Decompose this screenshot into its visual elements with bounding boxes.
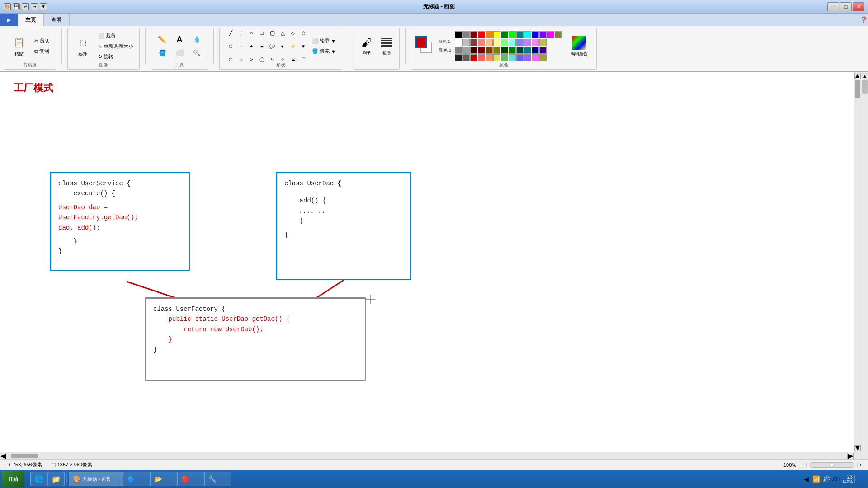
color-purple[interactable] — [539, 31, 547, 38]
tray-volume[interactable]: 🔊 — [822, 475, 830, 483]
color-h11[interactable] — [532, 54, 539, 61]
color-yellow[interactable] — [493, 31, 500, 38]
color-h4[interactable] — [478, 54, 485, 61]
fill-button[interactable]: 🪣 填充 ▼ — [310, 47, 338, 56]
color-h8[interactable] — [509, 54, 516, 61]
color-black[interactable] — [455, 31, 462, 38]
color-white[interactable] — [455, 39, 462, 46]
brush-button[interactable]: 🖌 刷子 — [358, 33, 376, 60]
color-darkrose[interactable] — [470, 39, 477, 46]
color-magenta[interactable] — [547, 31, 554, 38]
color-red[interactable] — [478, 31, 485, 38]
edit-colors-button[interactable]: 编辑颜色 — [566, 33, 593, 60]
color-h6[interactable] — [493, 54, 500, 61]
taskbar-folder[interactable]: 📂 — [150, 472, 177, 486]
tab-view[interactable]: 查看 — [44, 14, 70, 26]
color-h10[interactable] — [524, 54, 531, 61]
select-button[interactable]: ⬚ 选择 — [71, 33, 94, 60]
scroll-right-button[interactable]: ▶ — [847, 453, 854, 459]
text-tool[interactable]: A — [172, 33, 187, 46]
color-h3[interactable] — [470, 54, 477, 61]
rotate-button[interactable]: ↻ 旋转 — [96, 52, 136, 61]
taskbar-eclipse[interactable]: 🔷 — [123, 472, 150, 486]
color-lavender[interactable] — [524, 39, 531, 46]
color-g12[interactable] — [539, 47, 547, 54]
pencil-tool[interactable]: ✏️ — [155, 33, 170, 46]
start-button[interactable]: 开始 — [2, 471, 24, 487]
outline-button[interactable]: ⬜ 轮廓 ▼ — [310, 36, 338, 46]
clock[interactable]: 23 140% — [842, 474, 853, 484]
show-desktop[interactable] — [854, 475, 863, 483]
color-g7[interactable] — [501, 47, 508, 54]
more-shapes[interactable]: ▼ — [296, 40, 311, 52]
canvas[interactable]: 工厂模式 class UserService { — [0, 72, 861, 459]
maximize-button[interactable]: □ — [840, 2, 852, 11]
color-olive[interactable] — [555, 31, 562, 38]
color-g3[interactable] — [470, 47, 477, 54]
save-icon[interactable]: 💾 — [13, 3, 20, 10]
copy-button[interactable]: ⧉ 复制 — [32, 47, 52, 56]
app-menu-icon[interactable]: 🎨 — [4, 3, 11, 10]
color-g6[interactable] — [493, 47, 500, 54]
color-rose[interactable] — [478, 39, 485, 46]
horizontal-scrollbar[interactable]: ◀ ▶ — [0, 452, 854, 459]
close-button[interactable]: ✕ — [853, 2, 864, 11]
zoom-out-button[interactable]: − — [799, 462, 806, 468]
color-green[interactable] — [509, 31, 516, 38]
resize-button[interactable]: ⤡ 重新调整大小 — [96, 42, 136, 51]
paste-button[interactable]: 📋 粘贴 — [8, 33, 30, 60]
color-g11[interactable] — [532, 47, 539, 54]
color-lightorange[interactable] — [486, 39, 493, 46]
color-darkteal[interactable] — [516, 31, 524, 38]
zoom-in-button[interactable]: + — [857, 462, 864, 468]
taskbar-paint[interactable]: 🎨 无标题 - 画图 — [69, 472, 123, 486]
taskbar-ie[interactable]: 🌐 — [30, 472, 47, 486]
color-orange[interactable] — [486, 31, 493, 38]
color-lightcyan[interactable] — [509, 39, 516, 46]
color-lightyellow[interactable] — [493, 39, 500, 46]
dropdown-icon[interactable]: ▼ — [40, 3, 47, 10]
tray-network[interactable]: 📶 — [812, 475, 821, 483]
zoom-slider[interactable] — [809, 462, 854, 468]
tab-main[interactable]: 主页 — [18, 14, 44, 26]
scroll-down-button[interactable]: ▼ — [854, 445, 861, 451]
taskbar-tool[interactable]: 🔧 — [204, 472, 231, 486]
redo-icon[interactable]: ↪ — [31, 3, 38, 10]
taskbar-explorer[interactable]: 📁 — [47, 472, 65, 486]
minimize-button[interactable]: ─ — [827, 2, 839, 11]
s8[interactable]: ☐ — [296, 53, 311, 66]
color-g9[interactable] — [516, 47, 524, 54]
eraser-tool[interactable]: ⬜ — [172, 47, 187, 59]
undo-icon[interactable]: ↩ — [22, 3, 29, 10]
color-silver[interactable] — [462, 39, 470, 46]
tray-arrow[interactable]: ◀ — [802, 475, 811, 483]
color-lightblue[interactable] — [516, 39, 524, 46]
color-blue[interactable] — [532, 31, 539, 38]
color-gray[interactable] — [462, 31, 470, 38]
zoom-tool[interactable]: 🔍 — [189, 47, 204, 59]
scroll-thumb-v[interactable] — [855, 80, 860, 98]
color-darkred[interactable] — [470, 31, 477, 38]
color-lightgreen[interactable] — [501, 39, 508, 46]
vertical-scrollbar[interactable]: ▲ ▼ — [854, 72, 861, 452]
color-darkgreen[interactable] — [501, 31, 508, 38]
zoom-thumb[interactable] — [830, 463, 834, 467]
tray-input[interactable]: ZH — [832, 475, 840, 483]
color-pink[interactable] — [532, 39, 539, 46]
cut-button[interactable]: ✂ 剪切 — [32, 36, 52, 46]
color-cyan[interactable] — [524, 31, 531, 38]
color-h9[interactable] — [516, 54, 524, 61]
color-g10[interactable] — [524, 47, 531, 54]
color-h7[interactable] — [501, 54, 508, 61]
thickness-button[interactable]: 粗细 — [377, 33, 396, 60]
fill-tool[interactable]: 🪣 — [155, 47, 170, 59]
scroll-up-button[interactable]: ▲ — [854, 73, 861, 79]
color-h2[interactable] — [462, 54, 470, 61]
color-h1[interactable] — [455, 54, 462, 61]
color-picker-tool[interactable]: 💧 — [189, 33, 204, 46]
color-g4[interactable] — [478, 47, 485, 54]
tab-file[interactable]: ▶ — [0, 14, 18, 26]
color-g2[interactable] — [462, 47, 470, 54]
crop-button[interactable]: ⬜ 裁剪 — [96, 31, 136, 41]
color-yellowolive[interactable] — [539, 39, 547, 46]
